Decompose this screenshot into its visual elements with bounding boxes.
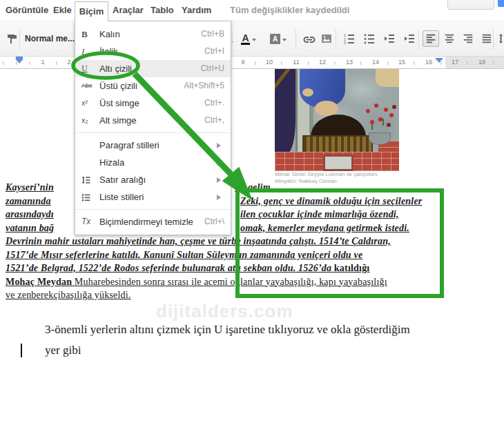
menu-separator xyxy=(76,209,230,210)
menu-item-ustu-cizili[interactable]: Abc Üstü çizili Alt+Shift+5 xyxy=(75,77,231,95)
chevron-down-icon xyxy=(282,39,287,43)
format-menu: B Kalın Ctrl+B I İtalik Ctrl+I U Altı çi… xyxy=(75,21,231,235)
dark-dome xyxy=(311,115,366,137)
toolbar-separator xyxy=(19,29,20,50)
menu-item-ust-simge[interactable]: x² Üst simge Ctrl+. xyxy=(75,95,231,112)
doc-text-line: 1517’de Mısır seferlerine katıldı. Kanun… xyxy=(0,250,504,262)
right-indent-marker[interactable] xyxy=(435,58,443,63)
paint-format-icon[interactable] xyxy=(4,30,21,47)
ruler-number: 13 xyxy=(345,59,354,66)
menu-item-hizala[interactable]: Hizala xyxy=(75,154,231,171)
hands xyxy=(315,101,338,116)
italic-icon: I xyxy=(81,43,97,60)
menu-item-liste-stilleri[interactable]: Liste stilleri xyxy=(75,188,231,206)
ruler-number: 17 xyxy=(450,59,460,66)
chevron-down-icon xyxy=(252,39,256,43)
increase-indent-icon[interactable] xyxy=(401,30,418,47)
menu-item-satir-araligi[interactable]: Satır aralığı xyxy=(75,171,231,188)
bold-icon: B xyxy=(81,26,97,43)
red-flower xyxy=(378,117,382,121)
toolbar-separator xyxy=(493,29,494,50)
red-flower xyxy=(374,103,378,108)
align-left-button[interactable] xyxy=(423,30,439,47)
comments-button-partial[interactable] xyxy=(447,0,494,10)
insert-image-icon[interactable] xyxy=(318,30,335,47)
clear-formatting-icon: Tx xyxy=(81,213,97,230)
submenu-arrow-icon xyxy=(217,195,224,200)
menu-item-alt-simge[interactable]: x₂ Alt simge Ctrl+, xyxy=(75,112,231,129)
menu-item-paragraf-stilleri[interactable]: Paragraf stilleri xyxy=(75,137,231,154)
align-right-button[interactable] xyxy=(460,30,476,47)
subscript-icon: x₂ xyxy=(81,112,97,129)
toolbar-separator xyxy=(336,29,336,50)
doc-text-line: Mohaç Meydan Muharebesinden sonra sırası… xyxy=(0,277,504,289)
red-flower xyxy=(366,109,370,113)
doc-text-line: Devrinin mahir ustaları mahiyetinde han,… xyxy=(0,236,504,248)
menu-item-alti-cizili[interactable]: U Altı çizili Ctrl+U xyxy=(75,60,231,77)
beige-figure xyxy=(376,69,399,87)
underline-icon: U xyxy=(81,60,97,77)
note-text-line2: yer gibi xyxy=(45,344,81,357)
line-spacing-icon[interactable] xyxy=(496,30,504,47)
ruler-number: 11 xyxy=(291,59,300,66)
svg-text:3: 3 xyxy=(344,41,346,45)
highlight-color-button[interactable]: A xyxy=(266,30,290,47)
bulleted-list-icon[interactable] xyxy=(361,30,378,47)
menu-item-italik[interactable]: I İtalik Ctrl+I xyxy=(75,43,231,60)
google-docs-window: Görüntüle Ekle Araçlar Tablo Yardım Tüm … xyxy=(0,0,504,425)
left-indent-marker[interactable] xyxy=(15,59,23,63)
text-cursor xyxy=(21,344,22,357)
doc-text-line: 1521’de Belgrad, 1522’de Rodos seferinde… xyxy=(0,263,504,275)
red-flower xyxy=(389,113,394,117)
red-flower xyxy=(392,105,396,109)
flower-stem xyxy=(382,119,384,126)
hand xyxy=(302,88,313,97)
ruler-number: 1 xyxy=(39,59,46,66)
figure-caption-line1: Mimar Sinan Seyyid Lokman ile çalışırken… xyxy=(275,171,406,178)
toolbar-separator xyxy=(295,29,296,50)
underline-button-partial[interactable]: U xyxy=(232,32,235,46)
ruler-number: 18 xyxy=(477,59,487,66)
watermark: dijitalders.com xyxy=(156,301,293,322)
decrease-indent-icon[interactable] xyxy=(381,30,398,47)
text-color-button[interactable]: A xyxy=(238,30,260,47)
red-flower xyxy=(387,123,391,127)
menu-item-kalin[interactable]: B Kalın Ctrl+B xyxy=(75,26,231,43)
submenu-arrow-icon xyxy=(217,143,224,148)
superscript-icon: x² xyxy=(81,95,97,112)
insert-link-icon[interactable] xyxy=(301,30,318,47)
red-flower xyxy=(384,108,388,112)
note-text-line1: 3-önemli yerlerin altını çizmek için U i… xyxy=(45,323,410,337)
menu-ekle[interactable]: Ekle xyxy=(53,0,72,21)
ruler-number: 15 xyxy=(397,59,407,66)
menu-item-bicimlendirmeyi-temizle[interactable]: Tx Biçimlendirmeyi temizle Ctrl+\ xyxy=(75,213,231,230)
menu-tablo[interactable]: Tablo xyxy=(151,0,174,21)
toolbar-separator xyxy=(418,29,419,50)
ornate-gold-box xyxy=(302,135,373,153)
flower-vase xyxy=(369,132,391,145)
strikethrough-icon: Abc xyxy=(81,77,97,95)
ruler-number: 12 xyxy=(318,59,327,66)
framed-panel xyxy=(323,155,353,171)
menu-yardim[interactable]: Yardım xyxy=(182,0,211,21)
save-status: Tüm değişiklikler kaydedildi xyxy=(230,0,349,21)
share-button-partial[interactable] xyxy=(498,0,504,7)
list-styles-icon xyxy=(81,188,97,206)
ruler-number: 14 xyxy=(371,59,380,66)
menu-goruntule[interactable]: Görüntüle xyxy=(6,0,48,21)
ruler-number: 16 xyxy=(424,59,434,66)
submenu-arrow-icon xyxy=(217,160,224,166)
align-center-button[interactable] xyxy=(441,30,458,47)
menu-araclar[interactable]: Araçlar xyxy=(113,0,144,21)
ruler-number: 2 xyxy=(66,59,72,66)
red-flower xyxy=(370,120,374,124)
menu-bicim[interactable]: Biçim xyxy=(75,1,108,21)
menu-separator xyxy=(76,132,230,133)
miniature-image[interactable] xyxy=(275,69,399,171)
ruler-number: 9 xyxy=(240,59,246,66)
numbered-list-icon[interactable]: 123 xyxy=(341,30,358,47)
submenu-arrow-icon xyxy=(217,177,224,183)
ruler-number: 10 xyxy=(264,59,274,66)
paragraph-style-selector[interactable]: Normal me... xyxy=(25,30,75,47)
line-spacing-icon xyxy=(81,171,97,188)
